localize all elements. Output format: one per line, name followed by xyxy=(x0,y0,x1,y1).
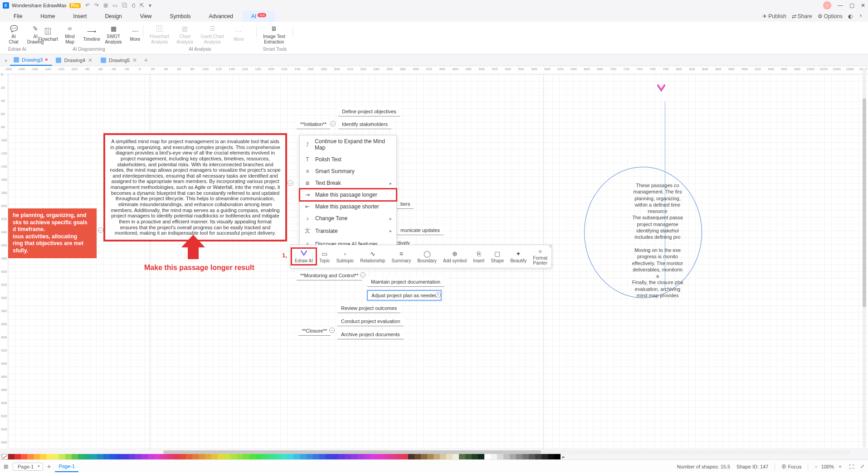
image-text-extraction-button[interactable]: 🗎Image Text Extraction xyxy=(260,23,288,45)
share-button[interactable]: ⇄ Share xyxy=(792,13,812,19)
color-swatch[interactable] xyxy=(180,454,186,459)
oval-text[interactable]: These passages co management. The firs p… xyxy=(626,176,689,305)
color-swatch[interactable] xyxy=(516,454,522,459)
color-swatch[interactable] xyxy=(351,454,357,459)
menu-view[interactable]: View xyxy=(131,11,161,22)
color-swatch[interactable] xyxy=(186,454,192,459)
color-swatch[interactable] xyxy=(21,454,27,459)
tab-drawing3[interactable]: Drawing3 xyxy=(10,55,52,66)
color-swatch[interactable] xyxy=(161,454,167,459)
color-swatch[interactable] xyxy=(338,454,345,459)
vertical-scrollbar[interactable] xyxy=(863,68,866,448)
ai-panel-icon[interactable] xyxy=(657,84,666,92)
mm-node[interactable]: Review project outcomes xyxy=(337,304,400,313)
color-swatch[interactable] xyxy=(110,454,116,459)
save-icon[interactable]: ⿻ xyxy=(122,2,127,9)
color-swatch[interactable] xyxy=(97,454,103,459)
add-tab-button[interactable]: ＋ xyxy=(141,56,151,64)
collapse-node-icon[interactable]: – xyxy=(360,272,366,278)
float-more-icon[interactable]: ⋯ xyxy=(550,262,554,267)
color-swatch[interactable] xyxy=(370,454,376,459)
fb-subtopic[interactable]: ▫Subtopic xyxy=(333,249,357,265)
color-swatch[interactable] xyxy=(364,454,370,459)
color-swatch[interactable] xyxy=(8,454,15,459)
qat-more-icon[interactable]: ▾ xyxy=(149,2,151,9)
open-icon[interactable]: ▭ xyxy=(112,2,117,9)
fb-insert[interactable]: ⎘Insert xyxy=(470,249,488,265)
float-close-icon[interactable]: ✕ xyxy=(549,244,552,249)
menu-home[interactable]: Home xyxy=(31,11,64,22)
color-swatch[interactable] xyxy=(465,454,472,459)
mm-node-partial[interactable]: municate updates xyxy=(397,226,444,235)
flow-analysis-button[interactable]: ⿲Flowchart Analysis xyxy=(147,23,172,45)
color-swatch[interactable] xyxy=(173,454,180,459)
color-swatch[interactable] xyxy=(529,454,535,459)
color-swatch[interactable] xyxy=(84,454,91,459)
pages-panel-icon[interactable]: ▥ xyxy=(4,463,8,469)
color-swatch[interactable] xyxy=(446,454,453,459)
color-swatch[interactable] xyxy=(554,454,561,459)
color-swatch[interactable] xyxy=(421,454,427,459)
mm-node[interactable]: Define project objectives xyxy=(338,107,400,116)
page-selector[interactable]: Page-1 xyxy=(13,463,43,471)
color-swatch[interactable] xyxy=(300,454,307,459)
color-swatch[interactable] xyxy=(154,454,161,459)
no-color-swatch[interactable] xyxy=(2,454,8,459)
diag-more-button[interactable]: ⋯More xyxy=(125,26,145,43)
fb-beautify[interactable]: ✦Beautify xyxy=(507,249,530,265)
minimize-icon[interactable]: — xyxy=(838,2,843,9)
mm-node-selected[interactable]: Adjust project plan as needed xyxy=(367,290,441,300)
ctx-text-break[interactable]: ≣Text Break▸ xyxy=(300,177,396,189)
mm-node-closure[interactable]: **Closure** xyxy=(298,326,331,336)
color-swatch[interactable] xyxy=(59,454,65,459)
color-swatch[interactable] xyxy=(129,454,135,459)
color-swatch[interactable] xyxy=(268,454,275,459)
more-colors-icon[interactable]: ▸ xyxy=(561,454,567,460)
color-swatch[interactable] xyxy=(91,454,97,459)
ctx-make-shorter[interactable]: ⇤Make this passage shorter xyxy=(300,201,396,212)
color-swatch[interactable] xyxy=(357,454,364,459)
color-swatch[interactable] xyxy=(34,454,40,459)
color-swatch[interactable] xyxy=(389,454,395,459)
color-swatch[interactable] xyxy=(402,454,408,459)
menu-ai[interactable]: AIhot xyxy=(242,11,275,22)
color-swatch[interactable] xyxy=(27,454,34,459)
color-swatch[interactable] xyxy=(103,454,110,459)
color-swatch[interactable] xyxy=(122,454,129,459)
focus-mode-button[interactable]: ⦿ Focus xyxy=(781,464,801,469)
color-swatch[interactable] xyxy=(313,454,319,459)
horizontal-scrollbar[interactable] xyxy=(163,450,850,454)
page-tab[interactable]: Page-1 xyxy=(55,461,78,472)
tab-close-icon[interactable]: ✕ xyxy=(88,57,93,63)
fit-page-icon[interactable]: ⛶ xyxy=(849,464,854,469)
color-swatch[interactable] xyxy=(230,454,237,459)
zoom-out-button[interactable]: − xyxy=(814,464,817,469)
color-swatch[interactable] xyxy=(307,454,313,459)
menu-advanced[interactable]: Advanced xyxy=(200,11,242,22)
color-swatch[interactable] xyxy=(72,454,78,459)
node-connector-icon[interactable]: – xyxy=(288,180,293,186)
color-swatch[interactable] xyxy=(288,454,294,459)
collapse-node-icon[interactable]: – xyxy=(330,121,336,126)
undo-icon[interactable]: ↶ xyxy=(85,2,90,9)
chart-analysis-button[interactable]: ▥Chart Analysis xyxy=(174,23,196,45)
mm-node[interactable]: Archive project documents xyxy=(337,330,404,339)
color-swatch[interactable] xyxy=(395,454,402,459)
color-swatch[interactable] xyxy=(281,454,288,459)
color-swatch[interactable] xyxy=(503,454,510,459)
color-swatch[interactable] xyxy=(319,454,326,459)
scrollbar-thumb[interactable] xyxy=(163,450,541,454)
fb-edraw-ai[interactable]: Edraw AI xyxy=(292,248,316,265)
tab-drawing4[interactable]: Drawing4✕ xyxy=(52,55,97,66)
color-swatch[interactable] xyxy=(218,454,224,459)
color-swatch[interactable] xyxy=(40,454,46,459)
flowchart-button[interactable]: ⿲Flowchart xyxy=(38,26,58,43)
color-swatch[interactable] xyxy=(478,454,484,459)
color-swatch[interactable] xyxy=(211,454,218,459)
ctx-translate[interactable]: 文Translate▸ xyxy=(300,224,396,237)
ctx-polish-text[interactable]: TPolish Text xyxy=(300,154,396,165)
publish-button[interactable]: ✈ Publish xyxy=(762,13,786,19)
color-swatch[interactable] xyxy=(332,454,338,459)
add-page-button[interactable]: ＋ xyxy=(46,463,52,471)
zoom-in-button[interactable]: ＋ xyxy=(838,463,843,470)
